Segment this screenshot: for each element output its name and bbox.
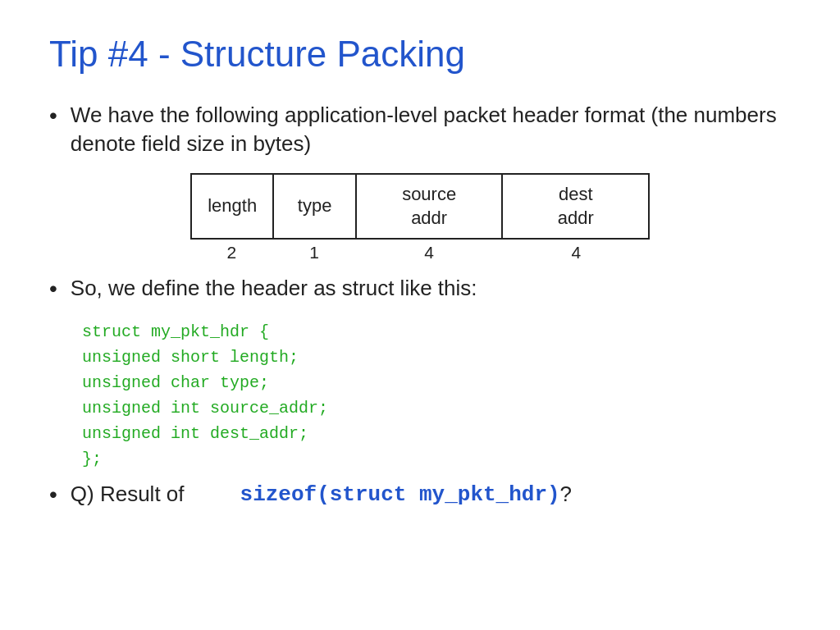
packet-label-4a: 4 bbox=[356, 243, 503, 262]
code-section: struct my_pkt_hdr { unsigned short lengt… bbox=[49, 319, 791, 472]
code-line-5: unsigned int dest_addr; bbox=[82, 421, 791, 446]
bullet-item-3: • Q) Result of sizeof(struct my_pkt_hdr)… bbox=[49, 480, 791, 509]
code-line-6: }; bbox=[82, 446, 791, 472]
slide: Tip #4 - Structure Packing • We have the… bbox=[0, 0, 840, 630]
packet-cell-dest: destaddr bbox=[502, 174, 649, 239]
packet-diagram-section: length type sourceaddr destaddr 2 1 4 4 bbox=[49, 173, 791, 262]
bullet-item-1: • We have the following application-leve… bbox=[49, 101, 791, 158]
slide-title: Tip #4 - Structure Packing bbox=[49, 33, 791, 76]
bullet-item-2: • So, we define the header as struct lik… bbox=[49, 274, 791, 304]
bullet-list: • We have the following application-leve… bbox=[49, 101, 791, 509]
result-suffix: ? bbox=[560, 482, 572, 507]
packet-diagram-container: length type sourceaddr destaddr 2 1 4 4 bbox=[190, 173, 650, 262]
packet-cell-type: type bbox=[273, 174, 355, 239]
bullet-dot-3: • bbox=[49, 480, 57, 509]
code-block: struct my_pkt_hdr { unsigned short lengt… bbox=[49, 319, 791, 472]
packet-cell-source: sourceaddr bbox=[356, 174, 503, 239]
code-line-1: struct my_pkt_hdr { bbox=[82, 319, 791, 345]
bullet-dot-1: • bbox=[49, 101, 57, 130]
packet-cell-length: length bbox=[191, 174, 273, 239]
code-line-3: unsigned char type; bbox=[82, 370, 791, 395]
bullet-text-2: So, we define the header as struct like … bbox=[71, 274, 477, 303]
packet-table: length type sourceaddr destaddr bbox=[190, 173, 650, 240]
result-prefix: Q) Result of bbox=[71, 482, 185, 507]
code-line-4: unsigned int source_addr; bbox=[82, 395, 791, 421]
packet-label-1: 1 bbox=[273, 243, 356, 262]
packet-header-row: length type sourceaddr destaddr bbox=[191, 174, 649, 239]
bullet-dot-2: • bbox=[49, 274, 57, 304]
packet-label-4b: 4 bbox=[503, 243, 650, 262]
result-code: sizeof(struct my_pkt_hdr) bbox=[240, 482, 560, 507]
packet-labels: 2 1 4 4 bbox=[190, 243, 650, 262]
bullet-text-1: We have the following application-level … bbox=[71, 101, 791, 158]
packet-label-2: 2 bbox=[190, 243, 273, 262]
code-line-2: unsigned short length; bbox=[82, 345, 791, 370]
